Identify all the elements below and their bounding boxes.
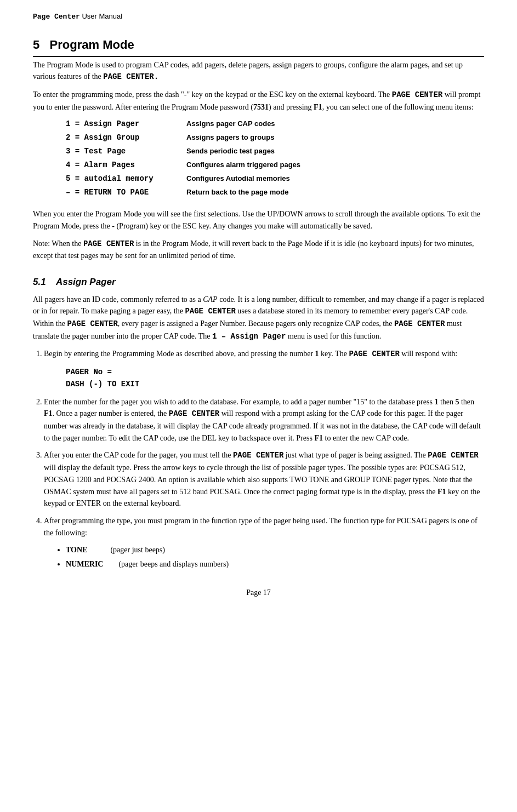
menu-item-dash-desc: Return back to the page mode	[186, 187, 288, 198]
menu-item-5-desc: Configures Autodial memories	[186, 173, 290, 185]
menu-item-1-desc: Assigns pager CAP codes	[186, 118, 275, 130]
step3-code2: PAGE CENTER	[428, 451, 478, 460]
step-1: Begin by entering the Programming Mode a…	[44, 348, 484, 390]
step1-code-line1: PAGER No =	[66, 366, 484, 378]
intro2-f1: F1	[314, 103, 322, 111]
step-4: After programming the type, you must pro…	[44, 515, 484, 570]
section5-title: Program Mode	[50, 38, 134, 52]
section51-number: 5.1	[33, 277, 46, 287]
step4-text: After programming the type, you must pro…	[44, 517, 478, 537]
menu-item-4-code: 4 = Alarm Pages	[66, 159, 186, 171]
step-2-text: Enter the number for the pager you wish …	[44, 396, 484, 444]
step-1-text: Begin by entering the Programming Mode a…	[44, 348, 484, 361]
para3-mid: (Program) key or the ESC key. Any change…	[115, 222, 372, 230]
intro2-end2: , you can select one of the following me…	[322, 103, 474, 111]
step1-end2: will respond with:	[400, 350, 457, 358]
ft-tone-name: TONE	[66, 546, 87, 554]
note-code: PAGE CENTER	[83, 239, 134, 248]
s51-p1-code3: PAGE CENTER	[394, 319, 445, 328]
s51-p1-pre: All pagers have an ID code, commonly ref…	[33, 295, 203, 304]
step3-end1: just what type of pager is being assigne…	[283, 451, 428, 459]
menu-item-1: 1 = Assign Pager Assigns pager CAP codes	[66, 118, 484, 130]
step3-end2: will display the default type. Press the…	[44, 464, 473, 495]
step3-code1: PAGE CENTER	[233, 451, 283, 460]
intro1-code: PAGE CENTER.	[103, 72, 158, 81]
menu-item-3-desc: Sends periodic test pages	[186, 146, 275, 157]
menu-table: 1 = Assign Pager Assigns pager CAP codes…	[66, 118, 484, 198]
step2-end: . Once a pager number is entered, the	[53, 409, 169, 418]
s51-p1-italic: CAP	[203, 295, 217, 304]
header-subtitle: User Manual	[82, 12, 122, 20]
intro2-code: PAGE CENTER	[392, 90, 442, 99]
page-footer: Page 17	[33, 587, 484, 598]
menu-item-3-code: 3 = Test Page	[66, 146, 186, 157]
s51-p1-end5: menu is used for this function.	[286, 332, 381, 340]
section5-intro1: The Program Mode is used to program CAP …	[33, 59, 484, 83]
menu-item-2: 2 = Assign Group Assigns pagers to group…	[66, 132, 484, 144]
step1-end: key. The	[319, 350, 349, 358]
section51-heading: 5.1 Assign Pager	[33, 275, 484, 289]
step1-pre: Begin by entering the Programming Mode a…	[44, 350, 315, 358]
section5-para3: When you enter the Program Mode you will…	[33, 208, 484, 232]
page-header: Page Center User Manual	[33, 11, 484, 22]
menu-item-4: 4 = Alarm Pages Configures alarm trigger…	[66, 159, 484, 171]
step1-code-line2: DASH (-) TO EXIT	[66, 378, 484, 390]
menu-item-3: 3 = Test Page Sends periodic test pages	[66, 146, 484, 157]
step2-mid1: then	[438, 398, 455, 406]
section5-note: Note: When the PAGE CENTER is in the Pro…	[33, 238, 484, 262]
menu-item-2-desc: Assigns pagers to groups	[186, 132, 274, 144]
step1-bold: 1	[315, 350, 319, 358]
step-4-text: After programming the type, you must pro…	[44, 515, 484, 539]
menu-item-5: 5 = autodial memory Configures Autodial …	[66, 173, 484, 185]
step2-pre: Enter the number for the pager you wish …	[44, 398, 434, 406]
menu-item-4-desc: Configures alarm triggered pages	[186, 159, 300, 171]
step3-pre: After you enter the CAP code for the pag…	[44, 451, 233, 459]
step3-bold: F1	[438, 488, 446, 496]
step2-mid2: then	[459, 398, 474, 406]
function-type-numeric: NUMERIC (pager beeps and displays number…	[66, 558, 484, 570]
ft-numeric-desc: (pager beeps and displays numbers)	[118, 560, 229, 568]
step2-bold4: F1	[314, 434, 323, 442]
steps-list: Begin by entering the Programming Mode a…	[44, 348, 484, 570]
s51-p1-code4: 1 – Assign Pager	[212, 332, 286, 341]
intro2-pre: To enter the programming mode, press the…	[33, 90, 392, 99]
menu-item-dash-code: – = RETURN TO PAGE	[66, 187, 186, 198]
section5-heading: 5 Program Mode	[33, 36, 484, 57]
s51-p1-code2: PAGE CENTER	[67, 319, 117, 328]
note-pre: Note: When the	[33, 239, 83, 248]
step-2: Enter the number for the pager you wish …	[44, 396, 484, 444]
step-3-text: After you enter the CAP code for the pag…	[44, 449, 484, 509]
ft-tone-desc: (pager just beeps)	[110, 546, 165, 554]
header-brand: Page Center	[33, 13, 80, 21]
step2-end3: to enter the new CAP code.	[323, 434, 409, 442]
menu-item-dash: – = RETURN TO PAGE Return back to the pa…	[66, 187, 484, 198]
menu-item-2-code: 2 = Assign Group	[66, 132, 186, 144]
intro2-end: ) and pressing	[269, 103, 314, 111]
intro2-bold: 7531	[253, 103, 269, 111]
menu-item-1-code: 1 = Assign Pager	[66, 118, 186, 130]
s51-p1-end3: , every pager is assigned a Pager Number…	[118, 319, 394, 328]
ft-numeric-name: NUMERIC	[66, 560, 103, 568]
step1-code: PAGE CENTER	[349, 350, 399, 358]
intro1-text: The Program Mode is used to program CAP …	[33, 61, 463, 81]
footer-page-number: Page 17	[246, 588, 271, 597]
menu-item-5-code: 5 = autodial memory	[66, 173, 186, 185]
section5-number: 5	[33, 38, 39, 52]
step2-code: PAGE CENTER	[169, 409, 219, 418]
section51-para1: All pagers have an ID code, commonly ref…	[33, 294, 484, 343]
s51-p1-code: PAGE CENTER	[185, 307, 235, 316]
step1-code-block: PAGER No = DASH (-) TO EXIT	[66, 366, 484, 391]
section51-title: Assign Pager	[56, 277, 116, 287]
function-types-list: TONE (pager just beeps) NUMERIC (pager b…	[66, 544, 484, 570]
step2-bold3: F1	[44, 409, 53, 418]
step-3: After you enter the CAP code for the pag…	[44, 449, 484, 509]
function-type-tone: TONE (pager just beeps)	[66, 544, 484, 556]
section5-intro2: To enter the programming mode, press the…	[33, 89, 484, 113]
